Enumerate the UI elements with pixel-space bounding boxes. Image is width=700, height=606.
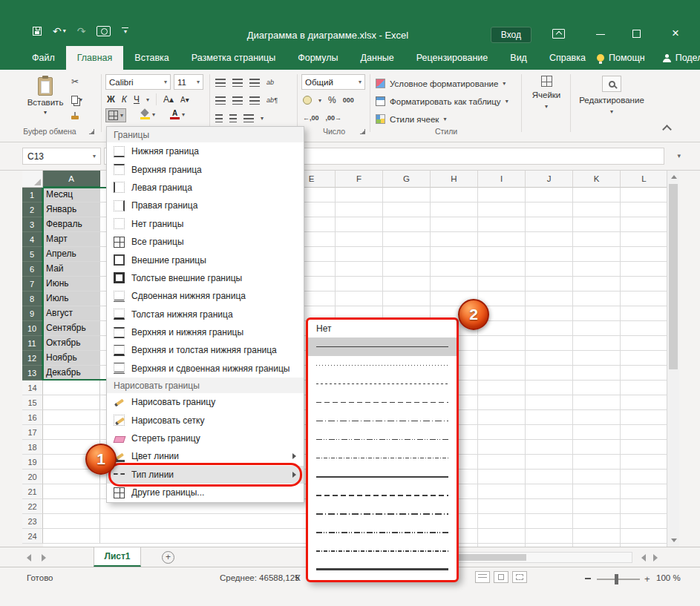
- borders-menu-item[interactable]: Верхняя и толстая нижняя граница: [107, 341, 304, 359]
- borders-menu-item[interactable]: Верхняя и сдвоенная нижняя границы: [107, 360, 304, 378]
- italic-button[interactable]: К: [122, 94, 127, 105]
- expand-formula-bar-icon[interactable]: ▾: [677, 152, 681, 159]
- name-box-dropdown-icon[interactable]: ▾: [93, 153, 96, 159]
- customize-qat-icon[interactable]: ▾: [122, 27, 128, 35]
- cell-column-a[interactable]: [43, 529, 100, 544]
- undo-button[interactable]: ↶▾: [53, 25, 66, 37]
- borders-menu-item[interactable]: Правая граница: [107, 197, 304, 214]
- line-style-option[interactable]: [308, 560, 457, 579]
- collapse-ribbon-icon[interactable]: [662, 125, 672, 134]
- decrease-decimal-button[interactable]: ,00→: [326, 114, 342, 122]
- row-header[interactable]: 22: [22, 499, 43, 514]
- tell-me-button[interactable]: Помощн: [597, 53, 645, 63]
- cells-group-button[interactable]: Ячейки ▾: [524, 70, 569, 110]
- cell-column-a[interactable]: Июль: [43, 292, 100, 306]
- page-break-view-icon[interactable]: [512, 571, 527, 583]
- ribbon-tab[interactable]: Рецензирование: [405, 46, 500, 70]
- column-header[interactable]: G: [383, 171, 431, 188]
- cell-column-a[interactable]: Сентябрь: [43, 321, 100, 336]
- column-header-a[interactable]: A: [43, 171, 100, 188]
- accounting-format-icon[interactable]: [303, 96, 312, 105]
- row-header[interactable]: 2: [22, 202, 43, 217]
- maximize-button[interactable]: [632, 30, 641, 38]
- cell-column-a[interactable]: Январь: [43, 202, 100, 217]
- cell-column-a[interactable]: Октябрь: [43, 336, 100, 351]
- cell-column-a[interactable]: Июнь: [43, 277, 100, 292]
- column-header[interactable]: J: [526, 171, 573, 188]
- merge-center-icon[interactable]: [243, 114, 254, 122]
- cut-button[interactable]: ✂: [71, 76, 89, 88]
- paste-button[interactable]: Вставить ▾: [25, 74, 65, 125]
- borders-menu-item[interactable]: Сдвоенная нижняя граница: [107, 287, 304, 305]
- select-all-corner[interactable]: [22, 171, 43, 188]
- font-name-combo[interactable]: Calibri▾: [105, 74, 171, 90]
- borders-menu-item[interactable]: Все границы: [107, 233, 304, 251]
- line-style-option[interactable]: [308, 449, 457, 467]
- ribbon-tab[interactable]: Справка: [538, 46, 597, 70]
- underline-dropdown-icon[interactable]: ▾: [146, 96, 149, 103]
- row-header[interactable]: 4: [22, 232, 43, 247]
- align-right-icon[interactable]: [249, 96, 260, 105]
- orientation-icon[interactable]: ab: [266, 79, 274, 86]
- row-header[interactable]: 3: [22, 217, 43, 232]
- row-header[interactable]: 23: [22, 514, 43, 529]
- line-style-option[interactable]: [308, 375, 457, 393]
- align-middle-icon[interactable]: [232, 79, 243, 87]
- ribbon-tab[interactable]: Данные: [350, 46, 405, 70]
- line-style-option[interactable]: [308, 504, 457, 523]
- line-style-option[interactable]: [308, 337, 457, 356]
- column-header[interactable]: L: [621, 171, 668, 188]
- cell-column-a[interactable]: Май: [43, 262, 100, 277]
- borders-menu-item[interactable]: Нижняя граница: [107, 142, 304, 160]
- zoom-level[interactable]: 100 %: [656, 573, 681, 582]
- column-header[interactable]: H: [431, 171, 478, 188]
- row-header[interactable]: 13: [22, 366, 43, 381]
- conditional-formatting-button[interactable]: Условное форматирование▾: [376, 76, 506, 91]
- cell-column-a[interactable]: [43, 395, 100, 410]
- clipboard-dialog-launcher-icon[interactable]: [88, 128, 96, 136]
- normal-view-icon[interactable]: [475, 571, 490, 583]
- zoom-in-icon[interactable]: +: [644, 573, 650, 584]
- borders-menu-item[interactable]: Верхняя граница: [107, 160, 304, 178]
- line-style-option[interactable]: [308, 541, 457, 560]
- zoom-out-icon[interactable]: [585, 578, 591, 579]
- row-header[interactable]: 9: [22, 306, 43, 321]
- increase-decimal-button[interactable]: ←,00: [303, 114, 319, 122]
- cell-column-a[interactable]: Апрель: [43, 247, 100, 262]
- row-header[interactable]: 6: [22, 262, 43, 277]
- row-header[interactable]: 24: [22, 529, 43, 544]
- line-style-option[interactable]: [308, 412, 457, 430]
- row-header[interactable]: 20: [22, 470, 43, 484]
- format-painter-button[interactable]: [71, 111, 89, 123]
- font-color-button[interactable]: А▾: [168, 108, 187, 121]
- scroll-left-icon[interactable]: [641, 554, 646, 561]
- share-button[interactable]: Поделиться: [663, 53, 700, 63]
- row-header[interactable]: 14: [22, 381, 43, 395]
- align-left-icon[interactable]: [215, 96, 226, 105]
- copy-button[interactable]: ▾: [71, 93, 89, 105]
- column-header[interactable]: K: [573, 171, 621, 188]
- new-sheet-icon[interactable]: +: [162, 551, 174, 564]
- ribbon-tab[interactable]: Разметка страницы: [180, 46, 287, 70]
- vertical-scrollbar-thumb[interactable]: [669, 184, 678, 369]
- cell-column-a[interactable]: [43, 410, 100, 425]
- borders-menu-item[interactable]: Толстые внешние границы: [107, 269, 304, 287]
- increase-indent-icon[interactable]: [229, 114, 237, 122]
- ribbon-tab[interactable]: Вставка: [123, 46, 180, 70]
- camera-icon[interactable]: [97, 26, 111, 36]
- line-style-none-option[interactable]: Нет: [308, 320, 457, 337]
- number-format-combo[interactable]: Общий▾: [301, 74, 365, 90]
- borders-button[interactable]: ▾: [105, 108, 126, 122]
- column-header[interactable]: F: [336, 171, 383, 188]
- line-style-option[interactable]: [308, 393, 457, 412]
- row-header[interactable]: 15: [22, 395, 43, 410]
- ribbon-tab[interactable]: Файл: [21, 46, 66, 70]
- cell-column-a[interactable]: Март: [43, 232, 100, 247]
- save-icon[interactable]: [33, 27, 42, 36]
- align-bottom-icon[interactable]: [249, 79, 260, 87]
- sign-in-button[interactable]: Вход: [491, 27, 531, 43]
- next-sheet-icon[interactable]: [42, 554, 46, 561]
- increase-font-icon[interactable]: А▴: [163, 94, 174, 105]
- ribbon-tab[interactable]: Вид: [499, 46, 538, 70]
- undo-dropdown-icon[interactable]: ▾: [63, 28, 66, 34]
